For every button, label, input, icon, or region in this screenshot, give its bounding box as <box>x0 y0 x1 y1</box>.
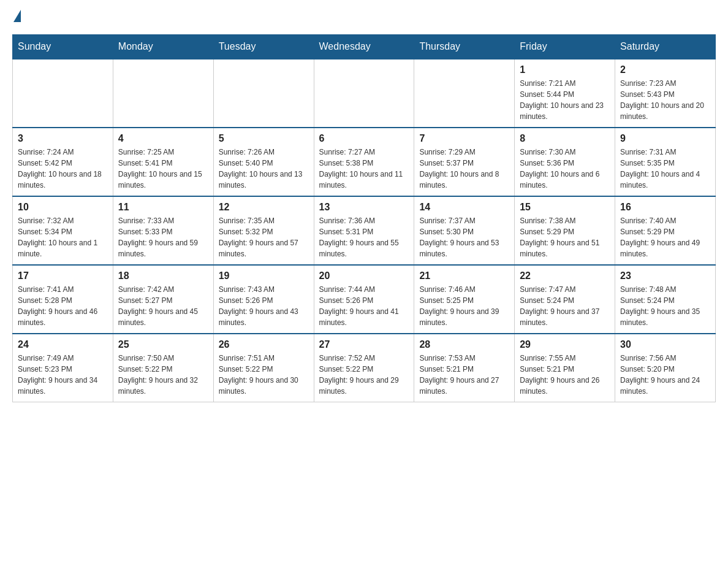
logo <box>12 12 21 22</box>
day-info: Sunrise: 7:27 AM Sunset: 5:38 PM Dayligh… <box>319 147 409 191</box>
calendar-cell: 16Sunrise: 7:40 AM Sunset: 5:29 PM Dayli… <box>615 196 716 265</box>
day-info: Sunrise: 7:37 AM Sunset: 5:30 PM Dayligh… <box>419 215 509 259</box>
day-info: Sunrise: 7:55 AM Sunset: 5:21 PM Dayligh… <box>520 353 610 397</box>
calendar-cell: 13Sunrise: 7:36 AM Sunset: 5:31 PM Dayli… <box>314 196 414 265</box>
day-info: Sunrise: 7:48 AM Sunset: 5:24 PM Dayligh… <box>620 284 710 328</box>
calendar-cell: 11Sunrise: 7:33 AM Sunset: 5:33 PM Dayli… <box>113 196 213 265</box>
day-number: 5 <box>219 133 309 144</box>
calendar-cell: 26Sunrise: 7:51 AM Sunset: 5:22 PM Dayli… <box>213 334 314 402</box>
day-number: 2 <box>620 64 710 75</box>
calendar-table: SundayMondayTuesdayWednesdayThursdayFrid… <box>12 34 716 402</box>
calendar-cell <box>414 59 515 128</box>
calendar-cell: 21Sunrise: 7:46 AM Sunset: 5:25 PM Dayli… <box>414 265 515 334</box>
calendar-cell: 6Sunrise: 7:27 AM Sunset: 5:38 PM Daylig… <box>314 128 414 196</box>
day-number: 12 <box>219 202 309 213</box>
day-info: Sunrise: 7:36 AM Sunset: 5:31 PM Dayligh… <box>319 215 409 259</box>
calendar-cell: 9Sunrise: 7:31 AM Sunset: 5:35 PM Daylig… <box>615 128 716 196</box>
day-number: 28 <box>419 339 509 350</box>
day-info: Sunrise: 7:47 AM Sunset: 5:24 PM Dayligh… <box>520 284 610 328</box>
calendar-cell: 25Sunrise: 7:50 AM Sunset: 5:22 PM Dayli… <box>113 334 213 402</box>
day-info: Sunrise: 7:49 AM Sunset: 5:23 PM Dayligh… <box>18 353 108 397</box>
day-number: 17 <box>18 270 108 282</box>
day-info: Sunrise: 7:51 AM Sunset: 5:22 PM Dayligh… <box>219 353 309 397</box>
calendar-cell: 18Sunrise: 7:42 AM Sunset: 5:27 PM Dayli… <box>113 265 213 334</box>
day-info: Sunrise: 7:35 AM Sunset: 5:32 PM Dayligh… <box>219 215 309 259</box>
calendar-cell: 5Sunrise: 7:26 AM Sunset: 5:40 PM Daylig… <box>213 128 314 196</box>
day-number: 20 <box>319 270 409 282</box>
day-info: Sunrise: 7:33 AM Sunset: 5:33 PM Dayligh… <box>118 215 208 259</box>
day-number: 25 <box>118 339 208 350</box>
day-number: 21 <box>419 270 509 282</box>
calendar-cell: 3Sunrise: 7:24 AM Sunset: 5:42 PM Daylig… <box>13 128 113 196</box>
day-info: Sunrise: 7:50 AM Sunset: 5:22 PM Dayligh… <box>118 353 208 397</box>
day-number: 3 <box>18 133 108 144</box>
day-info: Sunrise: 7:23 AM Sunset: 5:43 PM Dayligh… <box>620 78 710 122</box>
day-number: 23 <box>620 270 710 282</box>
week-row-5: 24Sunrise: 7:49 AM Sunset: 5:23 PM Dayli… <box>13 334 716 402</box>
day-info: Sunrise: 7:30 AM Sunset: 5:36 PM Dayligh… <box>520 147 610 191</box>
day-number: 22 <box>520 270 610 282</box>
weekday-header-sunday: Sunday <box>13 35 113 59</box>
day-number: 13 <box>319 202 409 213</box>
calendar-cell: 12Sunrise: 7:35 AM Sunset: 5:32 PM Dayli… <box>213 196 314 265</box>
day-info: Sunrise: 7:53 AM Sunset: 5:21 PM Dayligh… <box>419 353 509 397</box>
day-number: 14 <box>419 202 509 213</box>
day-info: Sunrise: 7:46 AM Sunset: 5:25 PM Dayligh… <box>419 284 509 328</box>
weekday-header-saturday: Saturday <box>615 35 716 59</box>
week-row-4: 17Sunrise: 7:41 AM Sunset: 5:28 PM Dayli… <box>13 265 716 334</box>
calendar-cell <box>213 59 314 128</box>
day-number: 27 <box>319 339 409 350</box>
logo-triangle-icon <box>13 10 21 22</box>
week-row-1: 1Sunrise: 7:21 AM Sunset: 5:44 PM Daylig… <box>13 59 716 128</box>
day-number: 24 <box>18 339 108 350</box>
day-number: 9 <box>620 133 710 144</box>
day-info: Sunrise: 7:42 AM Sunset: 5:27 PM Dayligh… <box>118 284 208 328</box>
calendar-cell: 24Sunrise: 7:49 AM Sunset: 5:23 PM Dayli… <box>13 334 113 402</box>
calendar-cell <box>314 59 414 128</box>
weekday-header-tuesday: Tuesday <box>213 35 314 59</box>
calendar-cell: 23Sunrise: 7:48 AM Sunset: 5:24 PM Dayli… <box>615 265 716 334</box>
day-number: 10 <box>18 202 108 213</box>
weekday-header-friday: Friday <box>515 35 615 59</box>
day-info: Sunrise: 7:41 AM Sunset: 5:28 PM Dayligh… <box>18 284 108 328</box>
day-info: Sunrise: 7:43 AM Sunset: 5:26 PM Dayligh… <box>219 284 309 328</box>
day-number: 4 <box>118 133 208 144</box>
calendar-cell: 4Sunrise: 7:25 AM Sunset: 5:41 PM Daylig… <box>113 128 213 196</box>
day-number: 26 <box>219 339 309 350</box>
page-header <box>12 12 716 22</box>
calendar-cell: 7Sunrise: 7:29 AM Sunset: 5:37 PM Daylig… <box>414 128 515 196</box>
day-number: 11 <box>118 202 208 213</box>
day-number: 8 <box>520 133 610 144</box>
day-info: Sunrise: 7:29 AM Sunset: 5:37 PM Dayligh… <box>419 147 509 191</box>
day-info: Sunrise: 7:44 AM Sunset: 5:26 PM Dayligh… <box>319 284 409 328</box>
day-info: Sunrise: 7:32 AM Sunset: 5:34 PM Dayligh… <box>18 215 108 259</box>
calendar-cell <box>113 59 213 128</box>
calendar-cell: 10Sunrise: 7:32 AM Sunset: 5:34 PM Dayli… <box>13 196 113 265</box>
day-number: 15 <box>520 202 610 213</box>
calendar-cell <box>13 59 113 128</box>
calendar-cell: 28Sunrise: 7:53 AM Sunset: 5:21 PM Dayli… <box>414 334 515 402</box>
calendar-cell: 29Sunrise: 7:55 AM Sunset: 5:21 PM Dayli… <box>515 334 615 402</box>
week-row-2: 3Sunrise: 7:24 AM Sunset: 5:42 PM Daylig… <box>13 128 716 196</box>
day-info: Sunrise: 7:52 AM Sunset: 5:22 PM Dayligh… <box>319 353 409 397</box>
day-info: Sunrise: 7:24 AM Sunset: 5:42 PM Dayligh… <box>18 147 108 191</box>
weekday-header-wednesday: Wednesday <box>314 35 414 59</box>
calendar-cell: 30Sunrise: 7:56 AM Sunset: 5:20 PM Dayli… <box>615 334 716 402</box>
calendar-cell: 22Sunrise: 7:47 AM Sunset: 5:24 PM Dayli… <box>515 265 615 334</box>
day-number: 29 <box>520 339 610 350</box>
calendar-cell: 20Sunrise: 7:44 AM Sunset: 5:26 PM Dayli… <box>314 265 414 334</box>
weekday-header-row: SundayMondayTuesdayWednesdayThursdayFrid… <box>13 35 716 59</box>
calendar-cell: 17Sunrise: 7:41 AM Sunset: 5:28 PM Dayli… <box>13 265 113 334</box>
day-number: 7 <box>419 133 509 144</box>
week-row-3: 10Sunrise: 7:32 AM Sunset: 5:34 PM Dayli… <box>13 196 716 265</box>
day-info: Sunrise: 7:38 AM Sunset: 5:29 PM Dayligh… <box>520 215 610 259</box>
day-info: Sunrise: 7:56 AM Sunset: 5:20 PM Dayligh… <box>620 353 710 397</box>
day-info: Sunrise: 7:31 AM Sunset: 5:35 PM Dayligh… <box>620 147 710 191</box>
day-number: 18 <box>118 270 208 282</box>
calendar-cell: 8Sunrise: 7:30 AM Sunset: 5:36 PM Daylig… <box>515 128 615 196</box>
day-info: Sunrise: 7:25 AM Sunset: 5:41 PM Dayligh… <box>118 147 208 191</box>
calendar-cell: 15Sunrise: 7:38 AM Sunset: 5:29 PM Dayli… <box>515 196 615 265</box>
day-number: 19 <box>219 270 309 282</box>
calendar-cell: 27Sunrise: 7:52 AM Sunset: 5:22 PM Dayli… <box>314 334 414 402</box>
weekday-header-thursday: Thursday <box>414 35 515 59</box>
